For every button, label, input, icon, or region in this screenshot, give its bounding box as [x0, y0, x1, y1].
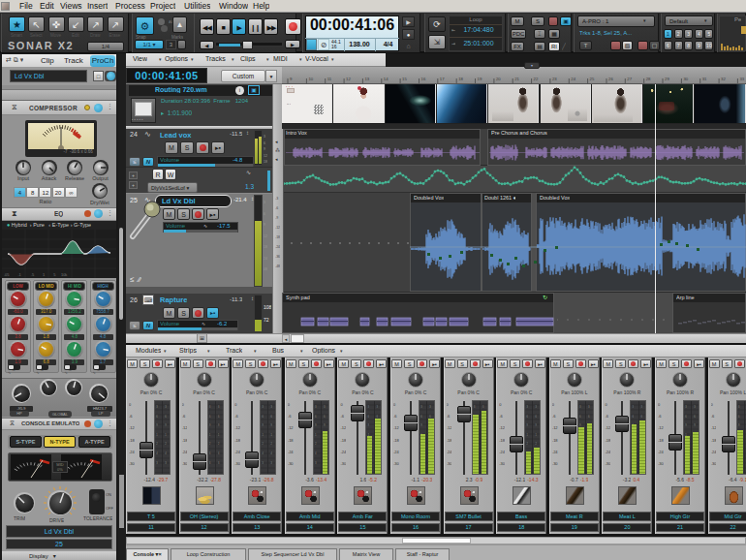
svg-text:20: 20 — [496, 77, 501, 81]
svg-text:27: 27 — [627, 77, 632, 81]
svg-text:12: 12 — [346, 77, 351, 81]
svg-text:21: 21 — [514, 77, 519, 81]
svg-text:18: 18 — [458, 77, 463, 81]
svg-text:22: 22 — [534, 77, 539, 81]
svg-text:23: 23 — [552, 77, 557, 81]
svg-text:33: 33 — [739, 77, 744, 81]
svg-text:11: 11 — [327, 77, 332, 81]
svg-text:15: 15 — [402, 77, 407, 81]
svg-text:25: 25 — [590, 77, 595, 81]
svg-text:29: 29 — [665, 77, 669, 81]
svg-text:28: 28 — [646, 77, 651, 81]
svg-text:17: 17 — [440, 77, 445, 81]
svg-text:32: 32 — [721, 77, 726, 81]
svg-text:13: 13 — [364, 77, 369, 81]
svg-text:16: 16 — [421, 77, 426, 81]
svg-text:24: 24 — [571, 77, 575, 81]
svg-text:14: 14 — [384, 77, 389, 81]
svg-text:31: 31 — [702, 77, 707, 81]
svg-text:26: 26 — [608, 77, 613, 81]
svg-text:10: 10 — [308, 77, 313, 81]
svg-text:19: 19 — [478, 77, 482, 81]
svg-text:9: 9 — [290, 77, 293, 81]
svg-text:30: 30 — [683, 77, 688, 81]
